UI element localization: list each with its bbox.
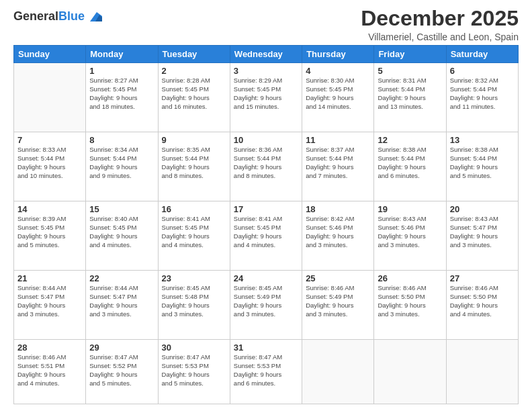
day-info: Sunrise: 8:38 AMSunset: 5:44 PMDaylight:…: [450, 146, 515, 180]
day-info: Sunrise: 8:41 AMSunset: 5:45 PMDaylight:…: [162, 215, 226, 249]
day-info: Sunrise: 8:35 AMSunset: 5:44 PMDaylight:…: [162, 146, 226, 180]
day-number: 22: [89, 273, 154, 283]
calendar-cell: 26Sunrise: 8:46 AMSunset: 5:50 PMDayligh…: [374, 271, 446, 340]
day-info: Sunrise: 8:33 AMSunset: 5:44 PMDaylight:…: [17, 146, 82, 180]
calendar-cell: 12Sunrise: 8:38 AMSunset: 5:44 PMDayligh…: [374, 132, 446, 201]
logo: GeneralBlue: [13, 9, 102, 24]
day-number: 16: [162, 204, 226, 214]
day-number: 28: [17, 342, 82, 353]
day-info: Sunrise: 8:40 AMSunset: 5:45 PMDaylight:…: [89, 215, 154, 249]
day-number: 3: [234, 66, 298, 76]
calendar-week-1: 1Sunrise: 8:27 AMSunset: 5:45 PMDaylight…: [14, 63, 519, 132]
day-info: Sunrise: 8:28 AMSunset: 5:45 PMDaylight:…: [162, 77, 226, 111]
day-info: Sunrise: 8:42 AMSunset: 5:46 PMDaylight:…: [306, 215, 370, 249]
calendar-cell: 9Sunrise: 8:35 AMSunset: 5:44 PMDaylight…: [158, 132, 230, 201]
day-info: Sunrise: 8:47 AMSunset: 5:53 PMDaylight:…: [162, 353, 226, 387]
calendar-cell: 6Sunrise: 8:32 AMSunset: 5:44 PMDaylight…: [446, 63, 518, 132]
day-number: 13: [450, 135, 515, 145]
day-number: 25: [306, 273, 370, 283]
day-info: Sunrise: 8:45 AMSunset: 5:49 PMDaylight:…: [234, 284, 298, 318]
day-info: Sunrise: 8:39 AMSunset: 5:45 PMDaylight:…: [17, 215, 82, 249]
day-info: Sunrise: 8:29 AMSunset: 5:45 PMDaylight:…: [234, 77, 298, 111]
calendar-week-4: 21Sunrise: 8:44 AMSunset: 5:47 PMDayligh…: [14, 271, 519, 340]
calendar-cell: 10Sunrise: 8:36 AMSunset: 5:44 PMDayligh…: [230, 132, 302, 201]
calendar-cell: 30Sunrise: 8:47 AMSunset: 5:53 PMDayligh…: [158, 340, 230, 404]
day-number: 24: [234, 273, 298, 283]
calendar-week-5: 28Sunrise: 8:46 AMSunset: 5:51 PMDayligh…: [14, 340, 519, 404]
day-number: 1: [89, 66, 154, 76]
day-info: Sunrise: 8:38 AMSunset: 5:44 PMDaylight:…: [378, 146, 442, 180]
day-number: 23: [162, 273, 226, 283]
day-number: 4: [306, 66, 370, 76]
logo-icon: [87, 9, 102, 24]
day-info: Sunrise: 8:46 AMSunset: 5:49 PMDaylight:…: [306, 284, 370, 318]
day-number: 9: [162, 135, 226, 145]
calendar-cell: 15Sunrise: 8:40 AMSunset: 5:45 PMDayligh…: [86, 201, 158, 271]
day-number: 12: [378, 135, 442, 145]
day-number: 11: [306, 135, 370, 145]
calendar-cell: 21Sunrise: 8:44 AMSunset: 5:47 PMDayligh…: [14, 271, 86, 340]
calendar-cell: 24Sunrise: 8:45 AMSunset: 5:49 PMDayligh…: [230, 271, 302, 340]
day-info: Sunrise: 8:46 AMSunset: 5:50 PMDaylight:…: [378, 284, 442, 318]
day-number: 17: [234, 204, 298, 214]
calendar-cell: 3Sunrise: 8:29 AMSunset: 5:45 PMDaylight…: [230, 63, 302, 132]
day-number: 19: [378, 204, 442, 214]
day-number: 21: [17, 273, 82, 283]
day-info: Sunrise: 8:46 AMSunset: 5:50 PMDaylight:…: [450, 284, 515, 318]
calendar-cell: 16Sunrise: 8:41 AMSunset: 5:45 PMDayligh…: [158, 201, 230, 271]
logo-general-text: General: [13, 9, 58, 23]
day-info: Sunrise: 8:34 AMSunset: 5:44 PMDaylight:…: [89, 146, 154, 180]
day-number: 20: [450, 204, 515, 214]
calendar-cell: 23Sunrise: 8:45 AMSunset: 5:48 PMDayligh…: [158, 271, 230, 340]
calendar-cell: 13Sunrise: 8:38 AMSunset: 5:44 PMDayligh…: [446, 132, 518, 201]
subtitle: Villameriel, Castille and Leon, Spain: [361, 32, 519, 42]
day-info: Sunrise: 8:37 AMSunset: 5:44 PMDaylight:…: [306, 146, 370, 180]
day-number: 31: [234, 342, 298, 353]
main-title: December 2025: [361, 7, 519, 30]
calendar-cell: 29Sunrise: 8:47 AMSunset: 5:52 PMDayligh…: [86, 340, 158, 404]
day-info: Sunrise: 8:41 AMSunset: 5:45 PMDaylight:…: [234, 215, 298, 249]
calendar-cell: [14, 63, 86, 132]
day-info: Sunrise: 8:27 AMSunset: 5:45 PMDaylight:…: [89, 77, 154, 111]
calendar-cell: 19Sunrise: 8:43 AMSunset: 5:46 PMDayligh…: [374, 201, 446, 271]
day-info: Sunrise: 8:47 AMSunset: 5:52 PMDaylight:…: [89, 353, 154, 387]
calendar-header-row: SundayMondayTuesdayWednesdayThursdayFrid…: [14, 46, 519, 63]
day-info: Sunrise: 8:30 AMSunset: 5:45 PMDaylight:…: [306, 77, 370, 111]
calendar-header-wednesday: Wednesday: [230, 46, 302, 63]
calendar-header-friday: Friday: [374, 46, 446, 63]
day-number: 6: [450, 66, 515, 76]
day-info: Sunrise: 8:31 AMSunset: 5:44 PMDaylight:…: [378, 77, 442, 111]
day-number: 15: [89, 204, 154, 214]
calendar-cell: 31Sunrise: 8:47 AMSunset: 5:53 PMDayligh…: [230, 340, 302, 404]
calendar-cell: 18Sunrise: 8:42 AMSunset: 5:46 PMDayligh…: [302, 201, 374, 271]
calendar-cell: [446, 340, 518, 404]
day-number: 27: [450, 273, 515, 283]
calendar-cell: 28Sunrise: 8:46 AMSunset: 5:51 PMDayligh…: [14, 340, 86, 404]
calendar-header-tuesday: Tuesday: [158, 46, 230, 63]
calendar-cell: 17Sunrise: 8:41 AMSunset: 5:45 PMDayligh…: [230, 201, 302, 271]
calendar-cell: 25Sunrise: 8:46 AMSunset: 5:49 PMDayligh…: [302, 271, 374, 340]
calendar-cell: 1Sunrise: 8:27 AMSunset: 5:45 PMDaylight…: [86, 63, 158, 132]
day-info: Sunrise: 8:44 AMSunset: 5:47 PMDaylight:…: [89, 284, 154, 318]
day-number: 10: [234, 135, 298, 145]
calendar-week-2: 7Sunrise: 8:33 AMSunset: 5:44 PMDaylight…: [14, 132, 519, 201]
day-info: Sunrise: 8:36 AMSunset: 5:44 PMDaylight:…: [234, 146, 298, 180]
day-info: Sunrise: 8:43 AMSunset: 5:47 PMDaylight:…: [450, 215, 515, 249]
day-number: 7: [17, 135, 82, 145]
day-info: Sunrise: 8:47 AMSunset: 5:53 PMDaylight:…: [234, 353, 298, 387]
calendar-cell: 20Sunrise: 8:43 AMSunset: 5:47 PMDayligh…: [446, 201, 518, 271]
page: GeneralBlue December 2025 Villameriel, C…: [0, 0, 532, 411]
calendar-header-monday: Monday: [86, 46, 158, 63]
day-info: Sunrise: 8:43 AMSunset: 5:46 PMDaylight:…: [378, 215, 442, 249]
day-info: Sunrise: 8:44 AMSunset: 5:47 PMDaylight:…: [17, 284, 82, 318]
calendar-cell: 14Sunrise: 8:39 AMSunset: 5:45 PMDayligh…: [14, 201, 86, 271]
calendar-table: SundayMondayTuesdayWednesdayThursdayFrid…: [13, 45, 519, 404]
calendar-cell: 22Sunrise: 8:44 AMSunset: 5:47 PMDayligh…: [86, 271, 158, 340]
calendar-cell: [374, 340, 446, 404]
calendar-cell: 27Sunrise: 8:46 AMSunset: 5:50 PMDayligh…: [446, 271, 518, 340]
calendar-cell: 7Sunrise: 8:33 AMSunset: 5:44 PMDaylight…: [14, 132, 86, 201]
title-block: December 2025 Villameriel, Castille and …: [361, 7, 519, 42]
calendar-cell: 2Sunrise: 8:28 AMSunset: 5:45 PMDaylight…: [158, 63, 230, 132]
calendar-cell: 8Sunrise: 8:34 AMSunset: 5:44 PMDaylight…: [86, 132, 158, 201]
day-number: 26: [378, 273, 442, 283]
